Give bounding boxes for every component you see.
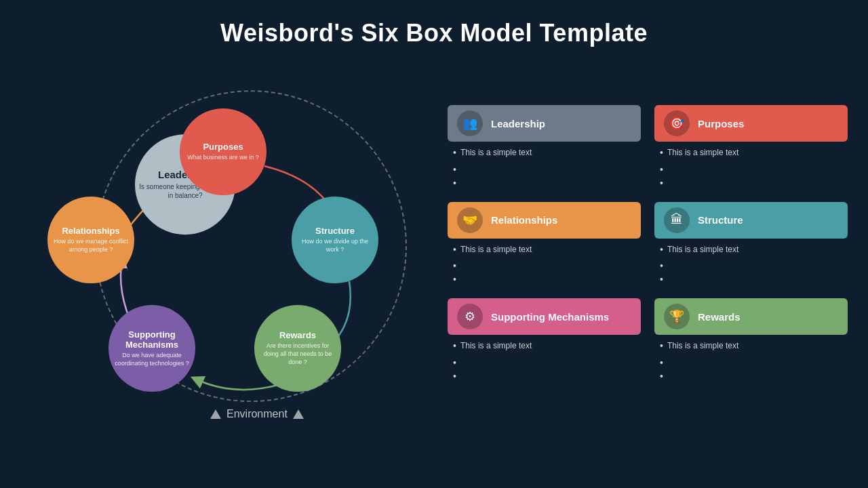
card-structure-header: 🏛 Structure [654,202,848,239]
supporting-icon: ⚙ [457,304,483,329]
leadership-item-3 [453,178,641,187]
card-supporting-title: Supporting Mechanisms [491,311,609,323]
supporting-label: Supporting Mechanisms [108,329,195,350]
info-grid: 👥 Leadership This is a simple text 🎯 Pur… [448,105,848,384]
rewards-item-3 [660,371,848,380]
rewards-circle: Rewards Are there incentives for doing a… [254,305,341,392]
relationships-desc: How do we manage conflict among people ? [47,238,134,253]
rewards-label: Rewards [279,330,316,340]
card-purposes-header: 🎯 Purposes [654,105,848,142]
relationships-circle: Relationships How do we manage conflict … [47,197,134,283]
leadership-item-1: This is a simple text [453,147,641,160]
purposes-circle: Purposes What business are we in ? [180,108,267,195]
relationships-label: Relationships [62,226,119,236]
purposes-item-3 [660,178,848,187]
card-structure-title: Structure [698,214,743,226]
env-triangle-left [210,409,221,419]
purposes-item-2 [660,164,848,174]
card-purposes: 🎯 Purposes This is a simple text [654,105,848,191]
purposes-icon: 🎯 [664,110,690,136]
card-rewards-body: This is a simple text [654,335,848,384]
rewards-item-1: This is a simple text [660,340,848,353]
relationships-item-3 [453,274,641,283]
structure-icon: 🏛 [664,207,690,233]
rewards-item-2 [660,357,848,367]
relationships-item-1: This is a simple text [453,244,641,257]
card-relationships-header: 🤝 Relationships [448,202,641,239]
card-rewards-title: Rewards [698,311,741,323]
env-triangle-right [293,409,304,419]
rewards-desc: Are there incentives for doing all that … [254,342,341,366]
card-structure-body: This is a simple text [654,239,848,288]
card-supporting-header: ⚙ Supporting Mechanisms [448,298,641,335]
env-text: Environment [226,408,288,420]
diagram-area: Leadership Is someone keeping the boxes … [54,81,448,461]
supporting-desc: Do we have adequate coordinating technol… [108,352,195,367]
supporting-circle: Supporting Mechanisms Do we have adequat… [108,305,195,392]
page-title: Weisbord's Six Box Model Template [0,0,868,47]
structure-circle: Structure How do we divide up the work ? [292,197,378,283]
relationships-icon: 🤝 [457,207,483,233]
leadership-item-2 [453,164,641,174]
purposes-label: Purposes [203,142,243,152]
structure-desc: How do we divide up the work ? [292,238,378,253]
supporting-item-3 [453,371,641,380]
card-rewards-header: 🏆 Rewards [654,298,848,335]
card-relationships-title: Relationships [491,214,557,226]
card-purposes-title: Purposes [698,118,744,129]
card-purposes-body: This is a simple text [654,142,848,191]
card-structure: 🏛 Structure This is a simple text [654,202,848,288]
card-relationships: 🤝 Relationships This is a simple text [448,202,641,288]
relationships-item-2 [453,260,641,270]
card-leadership-title: Leadership [491,118,545,129]
card-leadership-header: 👥 Leadership [448,105,641,142]
purposes-desc: What business are we in ? [183,154,263,162]
structure-item-2 [660,260,848,270]
environment-label: Environment [210,408,304,420]
card-leadership-body: This is a simple text [448,142,641,191]
card-rewards: 🏆 Rewards This is a simple text [654,298,848,384]
rewards-icon: 🏆 [664,304,690,329]
card-leadership: 👥 Leadership This is a simple text [448,105,641,191]
supporting-item-1: This is a simple text [453,340,641,353]
structure-label: Structure [315,226,355,236]
purposes-item-1: This is a simple text [660,147,848,160]
card-relationships-body: This is a simple text [448,239,641,288]
supporting-item-2 [453,357,641,367]
leadership-icon: 👥 [457,110,483,136]
structure-item-1: This is a simple text [660,244,848,257]
card-supporting-body: This is a simple text [448,335,641,384]
card-supporting: ⚙ Supporting Mechanisms This is a simple… [448,298,641,384]
structure-item-3 [660,274,848,283]
